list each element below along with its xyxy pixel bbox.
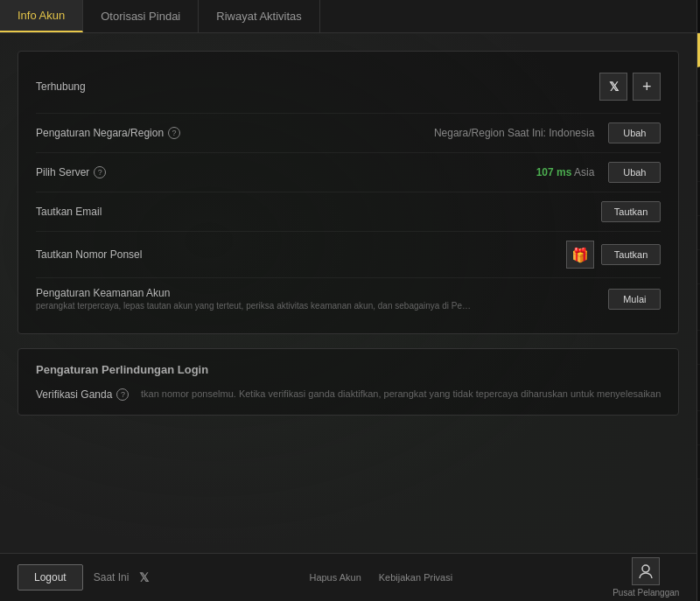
footer-center: Hapus Akun Kebijakan Privasi — [309, 572, 452, 583]
cs-label: Pusat Pelanggan — [612, 588, 679, 598]
keamanan-label: Pengaturan Keamanan Akun — [36, 287, 473, 299]
footer-x-icon: 𝕏 — [139, 570, 149, 584]
keamanan-right: Mulai — [608, 289, 661, 310]
tab-otorisasi-pindai[interactable]: Otorisasi Pindai — [83, 0, 199, 32]
hapus-akun-link[interactable]: Hapus Akun — [309, 572, 360, 583]
server-right: 107 ms Asia Ubah — [536, 162, 662, 183]
email-label: Tautkan Email — [36, 206, 102, 218]
server-help-icon[interactable]: ? — [94, 166, 106, 178]
server-change-button[interactable]: Ubah — [608, 162, 661, 183]
negara-right: Negara/Region Saat Ini: Indonesia Ubah — [434, 122, 661, 143]
account-section: Terhubung 𝕏 + Pengaturan Negara/Region ?… — [18, 51, 679, 334]
verifikasi-label: Verifikasi Ganda ? — [36, 388, 141, 401]
ponsel-link-button[interactable]: Tautkan — [601, 244, 662, 265]
content-body: Terhubung 𝕏 + Pengaturan Negara/Region ?… — [0, 33, 696, 553]
negara-region-row: Pengaturan Negara/Region ? Negara/Region… — [36, 114, 661, 153]
saat-ini-text: Saat Ini — [94, 571, 130, 584]
footer-right: Pusat Pelanggan — [612, 557, 679, 598]
ponsel-label: Tautkan Nomor Ponsel — [36, 248, 142, 261]
tab-riwayat-aktivitas[interactable]: Riwayat Aktivitas — [199, 0, 320, 32]
protection-section: Pengaturan Perlindungan Login Verifikasi… — [18, 348, 679, 416]
ponsel-right: 🎁 Tautkan — [566, 241, 662, 269]
keamanan-row: Pengaturan Keamanan Akun perangkat terpe… — [36, 278, 661, 319]
gift-icon[interactable]: 🎁 — [566, 241, 594, 269]
keamanan-start-button[interactable]: Mulai — [608, 289, 661, 310]
keamanan-desc: perangkat terpercaya, lepas tautan akun … — [36, 301, 473, 311]
email-right: Tautkan — [601, 201, 662, 222]
kebijakan-privasi-link[interactable]: Kebijakan Privasi — [379, 572, 452, 583]
terhubung-label: Terhubung — [36, 80, 86, 93]
pusat-pelanggan-button[interactable]: Pusat Pelanggan — [612, 557, 679, 598]
ponsel-row: Tautkan Nomor Ponsel 🎁 Tautkan — [36, 232, 661, 278]
negara-label: Pengaturan Negara/Region ? — [36, 127, 180, 139]
server-row: Pilih Server ? 107 ms Asia Ubah — [36, 153, 661, 192]
negara-value: Negara/Region Saat Ini: Indonesia — [434, 127, 594, 139]
right-sidebar: Pengaturan ✕ Akun Kontrol Grafis & Audio… — [696, 0, 700, 601]
keamanan-label-container: Pengaturan Keamanan Akun perangkat terpe… — [36, 287, 473, 311]
footer-left: Logout Saat Ini 𝕏 — [18, 564, 149, 591]
email-link-button[interactable]: Tautkan — [601, 201, 662, 222]
cs-icon — [632, 557, 660, 585]
email-row: Tautkan Email Tautkan — [36, 192, 661, 232]
verifikasi-desc: tkan nomor ponselmu. Ketika verifikasi g… — [141, 388, 661, 399]
protection-title: Pengaturan Perlindungan Login — [36, 363, 661, 376]
x-social-icon[interactable]: 𝕏 — [599, 73, 627, 101]
svg-point-0 — [642, 565, 649, 572]
negara-change-button[interactable]: Ubah — [608, 122, 661, 143]
terhubung-row: Terhubung 𝕏 + — [36, 66, 661, 114]
tab-info-akun[interactable]: Info Akun — [0, 0, 83, 32]
add-account-icon[interactable]: + — [633, 73, 661, 101]
verifikasi-help-icon[interactable]: ? — [116, 388, 129, 401]
negara-help-icon[interactable]: ? — [168, 127, 180, 139]
server-value: 107 ms Asia — [536, 166, 595, 178]
footer: Logout Saat Ini 𝕏 Hapus Akun Kebijakan P… — [0, 553, 696, 601]
logout-button[interactable]: Logout — [18, 564, 83, 591]
server-label: Pilih Server ? — [36, 166, 106, 178]
verifikasi-row: Verifikasi Ganda ? tkan nomor ponselmu. … — [36, 388, 661, 401]
tab-bar: Info Akun Otorisasi Pindai Riwayat Aktiv… — [0, 0, 696, 33]
